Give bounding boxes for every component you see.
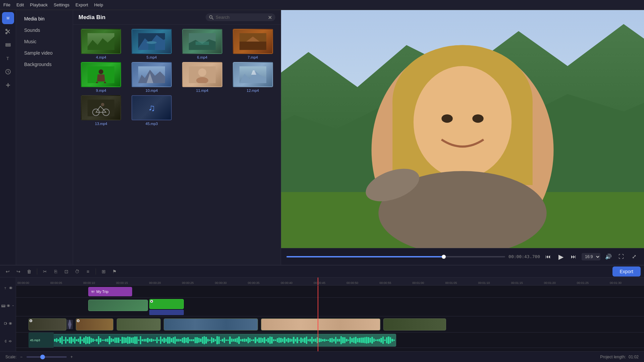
skip-forward-button[interactable]: ⏭: [569, 252, 578, 261]
video-clip-4[interactable]: [164, 318, 258, 330]
media-item-45[interactable]: ♫ 45.mp3: [128, 95, 176, 126]
wave-bar: [173, 337, 174, 343]
menu-file[interactable]: File: [3, 2, 10, 7]
thumb-image-12: [233, 63, 272, 86]
menu-edit[interactable]: Edit: [16, 2, 24, 7]
wave-bar: [100, 338, 101, 342]
svg-text:+: +: [70, 355, 73, 359]
wave-bar: [377, 339, 378, 341]
overlay-clip-2[interactable]: [149, 299, 184, 309]
wave-bar: [147, 338, 148, 342]
menu-playback[interactable]: Playback: [30, 2, 48, 7]
sidebar-item-backgrounds[interactable]: Backgrounds: [19, 59, 70, 70]
media-item-7[interactable]: 7.mp4: [229, 29, 277, 59]
progress-knob[interactable]: [442, 255, 446, 259]
cut-button[interactable]: ✂: [41, 267, 49, 276]
wave-bar: [102, 340, 103, 341]
svg-rect-19: [239, 42, 266, 50]
export-button[interactable]: Export: [612, 266, 641, 277]
media-item-11[interactable]: 11.mp4: [178, 62, 226, 93]
fullscreen-button[interactable]: ⛶: [616, 252, 626, 261]
timeline-ruler[interactable]: 00:00:0000:00:0500:00:1000:00:1500:00:20…: [16, 278, 644, 286]
svg-point-49: [472, 114, 483, 123]
wave-bar: [58, 339, 59, 342]
play-pause-button[interactable]: ▶: [556, 252, 566, 261]
svg-text:T: T: [93, 290, 95, 294]
wave-bar: [222, 339, 223, 341]
text-icon-btn[interactable]: T: [2, 52, 14, 64]
video-clip-2[interactable]: [76, 318, 113, 330]
marker-button[interactable]: ⚑: [110, 267, 119, 276]
delete-clip-button[interactable]: 🗑: [25, 267, 34, 276]
text-clip-mytrip[interactable]: TT My Trip: [88, 287, 132, 296]
wave-bar: [191, 339, 192, 341]
wave-bar: [153, 339, 154, 341]
redo-button[interactable]: ↪: [14, 267, 23, 276]
toolbar-divider-2: [96, 268, 96, 275]
sidebar-item-media-bin[interactable]: Media bin: [19, 13, 70, 24]
wave-bar: [111, 338, 112, 342]
volume-button[interactable]: 🔊: [604, 252, 613, 261]
music-icon: ♫: [132, 96, 171, 120]
wave-bar: [249, 338, 251, 342]
wave-bar: [127, 337, 128, 344]
scissors-icon-btn[interactable]: [2, 25, 14, 38]
wave-bar: [371, 337, 373, 344]
media-item-12[interactable]: 12.mp4: [229, 62, 277, 93]
search-box[interactable]: [206, 13, 275, 21]
clear-search-icon[interactable]: [268, 15, 272, 19]
scale-plus-icon[interactable]: +: [69, 355, 74, 359]
svg-rect-35: [88, 100, 114, 116]
menu-settings[interactable]: Settings: [54, 2, 69, 7]
speed-button[interactable]: ⏱: [73, 267, 82, 276]
video-clip-5[interactable]: [261, 318, 380, 330]
home-icon-btn[interactable]: M: [2, 12, 14, 24]
wave-bar: [200, 339, 201, 342]
transition-marker[interactable]: [66, 320, 73, 329]
media-item-6[interactable]: 6.mp4: [178, 29, 226, 59]
media-item-4[interactable]: 4.mp4: [77, 29, 125, 59]
scale-slider[interactable]: [26, 356, 67, 358]
wave-bar: [286, 339, 287, 342]
scale-minus-icon[interactable]: −: [19, 355, 24, 359]
media-item-13[interactable]: 13.mp4: [77, 95, 125, 126]
menu-export[interactable]: Export: [75, 2, 88, 7]
overlay-clip-3[interactable]: [149, 310, 184, 315]
skip-back-button[interactable]: ⏮: [543, 252, 553, 261]
clock-icon-btn[interactable]: [2, 66, 14, 78]
more-options-button[interactable]: ⤢: [629, 252, 639, 261]
video-clip-3[interactable]: [117, 318, 161, 330]
thumb-image-10: [132, 63, 171, 86]
playhead-ruler: [318, 278, 318, 285]
media-label-10: 10.mp4: [146, 88, 158, 93]
wave-bar: [284, 337, 285, 344]
aspect-ratio-select[interactable]: 16:9 4:3 1:1 9:16: [582, 253, 600, 260]
crop-button[interactable]: ⊡: [62, 267, 71, 276]
sidebar-item-sounds[interactable]: Sounds: [19, 25, 70, 36]
media-item-9[interactable]: 9.mp4: [77, 62, 125, 93]
media-item-5[interactable]: 5.mp4: [128, 29, 176, 59]
paste-button[interactable]: ⎘: [51, 267, 60, 276]
sidebar-item-music[interactable]: Music: [19, 36, 70, 47]
wave-bar: [98, 336, 99, 344]
timeline-scrubber[interactable]: [286, 256, 505, 257]
audio-clip-main[interactable]: [29, 334, 396, 347]
wave-bar: [220, 340, 221, 341]
overlay-clip-1[interactable]: [88, 300, 148, 311]
wave-bar: [240, 339, 241, 341]
wave-bar: [269, 337, 271, 344]
wave-bar: [67, 339, 68, 341]
layers-icon-btn[interactable]: [2, 39, 14, 51]
search-input[interactable]: [216, 15, 266, 20]
wave-bar: [319, 338, 320, 342]
video-clip-6[interactable]: [383, 318, 446, 330]
wave-bar: [320, 339, 322, 342]
undo-button[interactable]: ↩: [3, 267, 12, 276]
video-clip-1[interactable]: [29, 318, 66, 330]
sidebar-item-sample-video[interactable]: Sample video: [19, 48, 70, 58]
menu-help[interactable]: Help: [94, 2, 103, 7]
insert-media-button[interactable]: ⊞: [99, 267, 108, 276]
align-button[interactable]: ≡: [84, 267, 92, 276]
media-item-10[interactable]: 10.mp4: [128, 62, 176, 93]
add-icon-btn[interactable]: [2, 79, 14, 91]
